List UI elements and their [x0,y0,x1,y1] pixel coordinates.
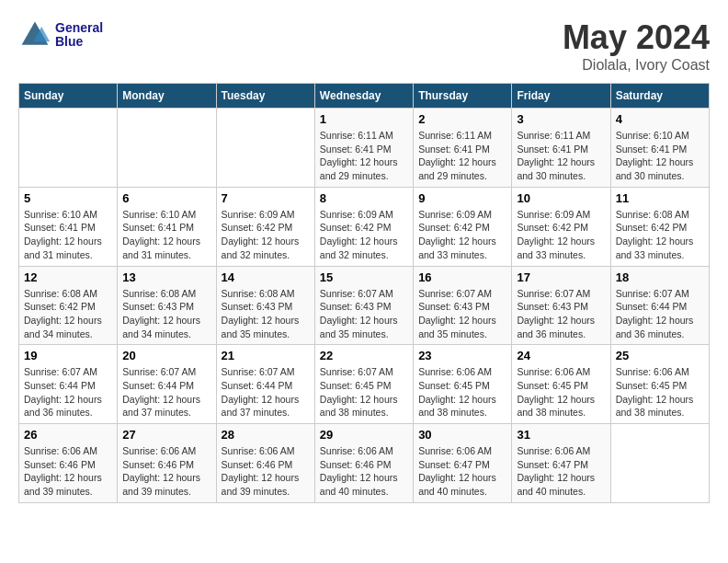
calendar-cell: 19Sunrise: 6:07 AM Sunset: 6:44 PM Dayli… [19,345,118,424]
location: Diolala, Ivory Coast [563,57,710,74]
day-info: Sunrise: 6:10 AM Sunset: 6:41 PM Dayligh… [616,129,704,183]
day-number: 9 [418,191,506,205]
calendar-cell: 18Sunrise: 6:07 AM Sunset: 6:44 PM Dayli… [610,266,709,345]
day-number: 6 [122,191,210,205]
day-number: 19 [24,349,112,362]
day-info: Sunrise: 6:07 AM Sunset: 6:43 PM Dayligh… [418,287,506,341]
header-thursday: Thursday [414,84,512,109]
day-number: 22 [320,349,408,362]
day-number: 21 [222,349,310,362]
day-info: Sunrise: 6:07 AM Sunset: 6:44 PM Dayligh… [616,287,704,341]
calendar-cell [216,109,314,188]
calendar-cell: 28Sunrise: 6:06 AM Sunset: 6:46 PM Dayli… [216,424,314,503]
calendar-cell: 13Sunrise: 6:08 AM Sunset: 6:43 PM Dayli… [118,266,216,345]
day-number: 3 [517,112,605,126]
calendar-cell: 7Sunrise: 6:09 AM Sunset: 6:42 PM Daylig… [216,187,314,266]
calendar-cell: 6Sunrise: 6:10 AM Sunset: 6:41 PM Daylig… [118,187,216,266]
day-info: Sunrise: 6:09 AM Sunset: 6:42 PM Dayligh… [517,208,605,262]
day-info: Sunrise: 6:07 AM Sunset: 6:43 PM Dayligh… [517,287,605,341]
calendar-cell: 29Sunrise: 6:06 AM Sunset: 6:46 PM Dayli… [314,424,413,503]
day-number: 30 [418,428,506,442]
day-number: 28 [222,428,310,442]
day-info: Sunrise: 6:10 AM Sunset: 6:41 PM Dayligh… [24,208,112,262]
day-number: 2 [418,112,506,126]
calendar-week-5: 26Sunrise: 6:06 AM Sunset: 6:46 PM Dayli… [19,424,710,503]
day-number: 15 [320,270,408,284]
header-sunday: Sunday [19,84,118,109]
day-info: Sunrise: 6:06 AM Sunset: 6:47 PM Dayligh… [517,444,605,499]
day-number: 11 [616,191,704,205]
logo-text: General Blue [55,21,103,50]
day-number: 5 [24,191,112,205]
calendar-cell: 16Sunrise: 6:07 AM Sunset: 6:43 PM Dayli… [414,266,512,345]
day-info: Sunrise: 6:06 AM Sunset: 6:46 PM Dayligh… [24,444,112,499]
day-number: 23 [418,349,506,362]
day-info: Sunrise: 6:08 AM Sunset: 6:43 PM Dayligh… [222,287,310,341]
day-number: 31 [517,428,605,442]
calendar-table: SundayMondayTuesdayWednesdayThursdayFrid… [18,83,710,503]
calendar-cell: 15Sunrise: 6:07 AM Sunset: 6:43 PM Dayli… [314,266,413,345]
calendar-cell: 30Sunrise: 6:06 AM Sunset: 6:47 PM Dayli… [414,424,512,503]
calendar-cell: 23Sunrise: 6:06 AM Sunset: 6:45 PM Dayli… [414,345,512,424]
day-number: 29 [320,428,408,442]
day-number: 25 [616,349,704,362]
calendar-cell: 27Sunrise: 6:06 AM Sunset: 6:46 PM Dayli… [118,424,216,503]
month-title: May 2024 [563,18,710,57]
calendar-cell: 14Sunrise: 6:08 AM Sunset: 6:43 PM Dayli… [216,266,314,345]
header-saturday: Saturday [610,84,709,109]
day-number: 4 [616,112,704,126]
day-info: Sunrise: 6:07 AM Sunset: 6:45 PM Dayligh… [320,365,408,419]
calendar-cell: 1Sunrise: 6:11 AM Sunset: 6:41 PM Daylig… [314,109,413,188]
calendar-cell: 21Sunrise: 6:07 AM Sunset: 6:44 PM Dayli… [216,345,314,424]
day-info: Sunrise: 6:07 AM Sunset: 6:44 PM Dayligh… [222,365,310,419]
calendar-week-4: 19Sunrise: 6:07 AM Sunset: 6:44 PM Dayli… [19,345,710,424]
calendar-week-1: 1Sunrise: 6:11 AM Sunset: 6:41 PM Daylig… [19,109,710,188]
day-info: Sunrise: 6:10 AM Sunset: 6:41 PM Dayligh… [122,208,210,262]
day-number: 17 [517,270,605,284]
day-number: 27 [122,428,210,442]
logo-line2: Blue [55,35,103,49]
calendar-week-2: 5Sunrise: 6:10 AM Sunset: 6:41 PM Daylig… [19,187,710,266]
day-number: 8 [320,191,408,205]
day-info: Sunrise: 6:09 AM Sunset: 6:42 PM Dayligh… [320,208,408,262]
calendar-cell [610,424,709,503]
day-number: 12 [24,270,112,284]
day-info: Sunrise: 6:09 AM Sunset: 6:42 PM Dayligh… [222,208,310,262]
day-info: Sunrise: 6:08 AM Sunset: 6:43 PM Dayligh… [122,287,210,341]
day-info: Sunrise: 6:06 AM Sunset: 6:46 PM Dayligh… [122,444,210,499]
day-info: Sunrise: 6:06 AM Sunset: 6:45 PM Dayligh… [418,365,506,419]
calendar-cell: 26Sunrise: 6:06 AM Sunset: 6:46 PM Dayli… [19,424,118,503]
day-info: Sunrise: 6:09 AM Sunset: 6:42 PM Dayligh… [418,208,506,262]
header-wednesday: Wednesday [314,84,413,109]
logo-icon [18,18,51,52]
header-friday: Friday [512,84,610,109]
day-number: 20 [122,349,210,362]
calendar-header-row: SundayMondayTuesdayWednesdayThursdayFrid… [19,84,710,109]
day-info: Sunrise: 6:08 AM Sunset: 6:42 PM Dayligh… [24,287,112,341]
day-number: 24 [517,349,605,362]
logo: General Blue [18,18,103,52]
logo-line1: General [55,21,103,35]
calendar-cell: 10Sunrise: 6:09 AM Sunset: 6:42 PM Dayli… [512,187,610,266]
day-number: 26 [24,428,112,442]
calendar-week-3: 12Sunrise: 6:08 AM Sunset: 6:42 PM Dayli… [19,266,710,345]
calendar-cell: 5Sunrise: 6:10 AM Sunset: 6:41 PM Daylig… [19,187,118,266]
calendar-cell: 25Sunrise: 6:06 AM Sunset: 6:45 PM Dayli… [610,345,709,424]
day-info: Sunrise: 6:11 AM Sunset: 6:41 PM Dayligh… [320,129,408,183]
calendar-cell: 8Sunrise: 6:09 AM Sunset: 6:42 PM Daylig… [314,187,413,266]
day-number: 1 [320,112,408,126]
calendar-cell: 9Sunrise: 6:09 AM Sunset: 6:42 PM Daylig… [414,187,512,266]
calendar-cell [19,109,118,188]
calendar-cell: 11Sunrise: 6:08 AM Sunset: 6:42 PM Dayli… [610,187,709,266]
calendar-cell: 17Sunrise: 6:07 AM Sunset: 6:43 PM Dayli… [512,266,610,345]
title-block: May 2024 Diolala, Ivory Coast [563,18,710,74]
day-info: Sunrise: 6:11 AM Sunset: 6:41 PM Dayligh… [517,129,605,183]
day-info: Sunrise: 6:06 AM Sunset: 6:46 PM Dayligh… [222,444,310,499]
day-number: 14 [222,270,310,284]
day-info: Sunrise: 6:07 AM Sunset: 6:43 PM Dayligh… [320,287,408,341]
day-number: 7 [222,191,310,205]
day-info: Sunrise: 6:06 AM Sunset: 6:45 PM Dayligh… [616,365,704,419]
header-monday: Monday [118,84,216,109]
calendar-cell [118,109,216,188]
page-header: General Blue May 2024 Diolala, Ivory Coa… [18,18,710,74]
